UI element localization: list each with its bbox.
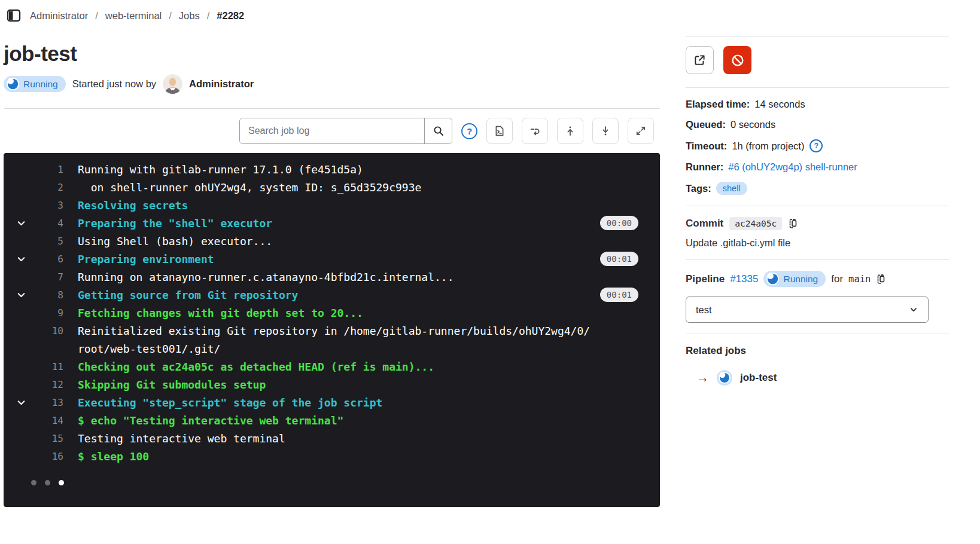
log-line-text: Reinitialized existing Git repository in… [78,325,590,337]
copy-commit-button[interactable] [788,218,798,229]
status-running-icon [766,273,779,285]
author-link[interactable]: Administrator [189,78,254,90]
breadcrumb-link[interactable]: web-terminal [105,10,162,22]
help-icon[interactable]: ? [461,123,477,139]
related-jobs-heading: Related jobs [686,345,949,357]
fullscreen-icon [635,126,646,136]
debug-terminal-button[interactable] [686,46,714,74]
job-status-row: Running Started just now by Administrato… [4,74,660,94]
log-line-number[interactable]: 5 [38,236,63,247]
log-line: 16$ sleep 100 [4,447,660,465]
cancel-icon [731,54,744,67]
log-line-number[interactable]: 12 [38,379,63,390]
log-line: 15Testing interactive web terminal [4,429,660,447]
commit-label: Commit [686,218,723,230]
started-text: Started just now by [72,78,156,90]
log-line-number[interactable]: 13 [38,397,63,408]
arrow-right-icon: → [696,371,709,385]
status-running-icon [7,78,19,90]
collapse-chevron-icon[interactable] [4,254,38,264]
elapsed-label: Elapsed time: [686,99,750,110]
wrap-lines-button[interactable] [522,118,548,144]
search-icon [433,126,444,136]
sidebar-divider [686,259,949,260]
status-badge[interactable]: Running [4,76,66,92]
copy-ref-button[interactable] [876,274,886,285]
log-line-number[interactable]: 3 [38,200,63,211]
external-link-icon [694,54,705,66]
log-line[interactable]: 4Preparing the "shell" executor00:00 [4,214,660,232]
fullscreen-button[interactable] [628,118,654,144]
log-line-number[interactable]: 11 [38,361,63,372]
pipeline-status-badge[interactable]: Running [763,271,826,287]
breadcrumb-link[interactable]: Jobs [179,10,200,22]
search-group [239,118,452,144]
queued-value: 0 seconds [731,119,775,130]
log-line-text: Preparing environment [78,253,214,265]
scroll-top-icon [565,126,576,136]
log-line-number[interactable]: 8 [38,289,63,301]
stage-dropdown[interactable]: test [686,297,929,323]
log-line-text: Fetching changes with git depth set to 2… [78,307,363,319]
tags-label: Tags: [686,183,711,194]
related-job-status-icon[interactable] [717,370,732,386]
cancel-job-button[interactable] [723,46,751,74]
log-line: 12Skipping Git submodules setup [4,375,660,393]
breadcrumb-separator: / [169,10,172,22]
sidebar-toggle-icon[interactable] [6,8,22,23]
sidebar-divider [686,206,949,206]
search-button[interactable] [424,118,452,143]
clipboard-copy-icon [876,274,886,285]
log-line-number[interactable]: 7 [38,271,63,283]
log-line-text: Skipping Git submodules setup [78,378,266,391]
breadcrumb-link[interactable]: Administrator [30,10,88,22]
tags-row: Tags: shell [686,182,949,195]
breadcrumb-separator: / [95,10,98,22]
stage-dropdown-value: test [696,304,712,316]
sidebar-actions [686,46,949,74]
pipeline-ref[interactable]: main [848,274,871,285]
job-log-terminal[interactable]: 1Running with gitlab-runner 17.1.0 (fe45… [4,153,660,507]
log-section-duration: 00:01 [600,252,638,266]
search-input[interactable] [240,118,424,143]
tag-pill[interactable]: shell [716,182,747,195]
queued-label: Queued: [686,119,726,130]
log-line-text: Preparing the "shell" executor [78,217,272,230]
raw-log-button[interactable] [486,118,513,144]
runner-row: Runner: #6 (ohUY2wg4p) shell-runner [686,161,949,173]
log-line-number[interactable]: 2 [38,182,63,193]
log-line-number[interactable]: 4 [38,218,63,229]
log-line-number[interactable]: 6 [38,253,63,265]
log-line[interactable]: 13Executing "step_script" stage of the j… [4,393,660,411]
log-line-text: on shell-runner ohUY2wg4, system ID: s_6… [78,181,421,194]
related-job-link[interactable]: job-test [740,372,777,384]
collapse-chevron-icon[interactable] [4,218,38,228]
breadcrumb-separator: / [207,10,210,22]
log-line-number[interactable]: 15 [38,433,63,444]
runner-link[interactable]: #6 (ohUY2wg4p) shell-runner [728,161,857,173]
log-line[interactable]: 8Getting source from Git repository00:01 [4,286,660,304]
collapse-chevron-icon[interactable] [4,290,38,300]
timeout-help-icon[interactable]: ? [809,139,823,152]
log-line-number[interactable]: 9 [38,307,63,319]
pipeline-label: Pipeline [686,273,725,285]
log-line[interactable]: 6Preparing environment00:01 [4,250,660,268]
log-line-number[interactable]: 16 [38,451,63,462]
queued-row: Queued: 0 seconds [686,119,949,130]
commit-sha-chip[interactable]: ac24a05c [729,217,782,230]
pipeline-link[interactable]: #1335 [730,273,758,285]
avatar[interactable] [163,74,182,94]
scroll-top-button[interactable] [557,118,583,144]
job-sidebar: Elapsed time: 14 seconds Queued: 0 secon… [686,36,949,386]
collapse-chevron-icon[interactable] [4,398,38,408]
log-line-number[interactable]: 10 [38,325,63,337]
wrap-lines-icon [529,126,540,136]
job-page: Administrator/web-terminal/Jobs/#2282 jo… [0,0,980,544]
log-line-number[interactable]: 14 [38,415,63,426]
breadcrumb-items: Administrator/web-terminal/Jobs/#2282 [30,10,244,22]
timeout-value: 1h (from project) [732,140,804,152]
tags-list: shell [716,182,747,195]
runner-label: Runner: [686,161,723,173]
log-line-number[interactable]: 1 [38,164,63,175]
scroll-bottom-button[interactable] [592,118,619,144]
